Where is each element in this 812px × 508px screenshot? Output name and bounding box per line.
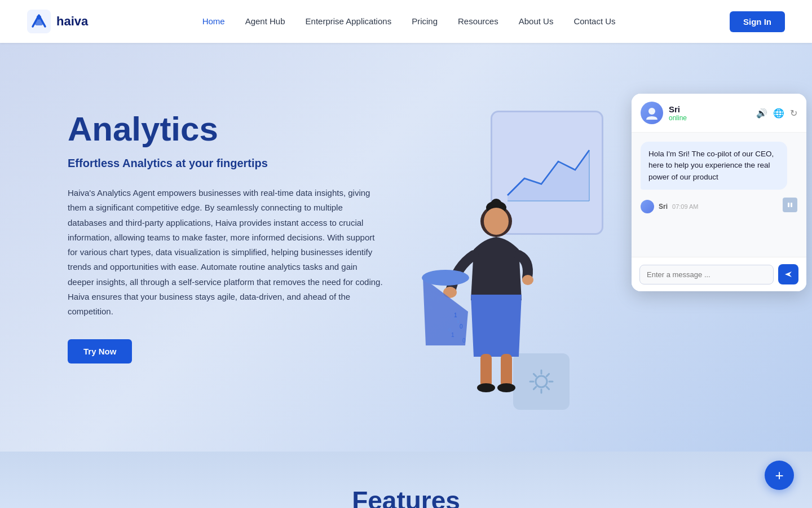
svg-rect-1 [35, 20, 43, 25]
fab-plus-icon: + [775, 467, 783, 484]
chat-timestamp: 07:09 AM [672, 203, 698, 210]
hero-visual: 1 0 1 0 1 0 [389, 77, 812, 449]
svg-text:0: 0 [462, 338, 466, 344]
chat-message-bubble: Hola I'm Sri! The co-pilot of our CEO, h… [641, 142, 787, 190]
logo-link[interactable]: haiva [27, 10, 88, 33]
nav-resources[interactable]: Resources [458, 16, 498, 26]
svg-text:0: 0 [460, 323, 463, 330]
pause-icon[interactable] [783, 198, 797, 212]
hero-subtitle: Effortless Analytics at your fingertips [68, 157, 383, 170]
volume-icon[interactable]: 🔊 [756, 108, 767, 119]
signin-button[interactable]: Sign In [730, 11, 785, 32]
refresh-icon[interactable]: ↻ [790, 108, 797, 119]
chat-sender-name: Sri [659, 203, 668, 211]
chat-header-left: Sri online [641, 102, 687, 124]
svg-text:0: 0 [448, 327, 451, 332]
svg-point-6 [484, 208, 509, 235]
svg-text:1: 1 [457, 319, 460, 324]
svg-point-2 [37, 15, 41, 20]
send-icon [784, 270, 793, 279]
svg-rect-22 [788, 203, 789, 207]
chat-send-button[interactable] [778, 264, 798, 284]
svg-point-13 [497, 383, 515, 392]
person-illustration: 1 0 1 0 1 0 [417, 165, 575, 404]
hero-content: Analytics Effortless Analytics at your f… [68, 111, 383, 364]
nav-about-us[interactable]: About Us [519, 16, 554, 26]
svg-point-21 [648, 108, 655, 115]
features-title: Features [45, 485, 767, 508]
chat-bubble-meta: Sri 07:09 AM [641, 200, 699, 213]
nav-enterprise-apps[interactable]: Enterprise Applications [306, 16, 392, 26]
chat-header-icons: 🔊 🌐 ↻ [756, 108, 797, 119]
svg-rect-11 [501, 354, 512, 388]
svg-text:1: 1 [454, 312, 457, 318]
nav-agent-hub[interactable]: Agent Hub [245, 16, 285, 26]
chat-input[interactable] [639, 265, 774, 284]
brand-name: haiva [56, 14, 88, 29]
svg-point-9 [422, 270, 469, 286]
chat-agent-name: Sri [669, 104, 687, 114]
fab-button[interactable]: + [765, 461, 794, 490]
chat-avatar [641, 102, 663, 124]
chat-input-area [632, 257, 806, 291]
hero-section: Analytics Effortless Analytics at your f… [0, 43, 812, 452]
navbar: haiva Home Agent Hub Enterprise Applicat… [0, 0, 812, 43]
logo-icon [27, 10, 51, 33]
svg-point-12 [477, 383, 495, 392]
hero-title: Analytics [68, 111, 383, 148]
svg-point-8 [522, 275, 533, 285]
svg-rect-23 [791, 203, 792, 207]
chat-bubble-avatar [641, 200, 654, 213]
svg-rect-10 [480, 354, 492, 388]
chat-messages: Hola I'm Sri! The co-pilot of our CEO, h… [632, 133, 806, 257]
nav-contact-us[interactable]: Contact Us [573, 16, 615, 26]
translate-icon[interactable]: 🌐 [773, 108, 784, 119]
nav-pricing[interactable]: Pricing [412, 16, 438, 26]
chat-header: Sri online 🔊 🌐 ↻ [632, 94, 806, 133]
svg-text:1: 1 [451, 332, 454, 338]
chat-agent-status: online [669, 114, 687, 122]
nav-home[interactable]: Home [202, 16, 225, 26]
features-section: Features [0, 452, 812, 508]
nav-links: Home Agent Hub Enterprise Applications P… [202, 16, 616, 27]
try-now-button[interactable]: Try Now [68, 339, 132, 364]
hero-description: Haiva's Analytics Agent empowers busines… [68, 186, 383, 319]
chat-agent-info: Sri online [669, 104, 687, 122]
chat-widget: Sri online 🔊 🌐 ↻ Hola I'm Sri! The co-pi… [632, 94, 806, 291]
